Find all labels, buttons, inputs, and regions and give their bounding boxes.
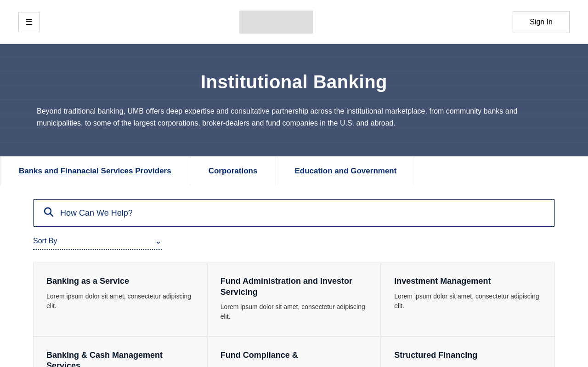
menu-button[interactable]: ☰: [18, 12, 40, 32]
search-input[interactable]: [60, 208, 545, 218]
card-title: Banking & Cash Management Services: [46, 350, 194, 367]
search-box: [33, 199, 555, 227]
tab-banks[interactable]: Banks and Finanacial Services Providers: [0, 156, 190, 186]
hamburger-icon: ☰: [25, 17, 33, 27]
hero-description: Beyond traditional banking, UMB offers d…: [37, 105, 542, 129]
header: ☰ Sign In: [0, 0, 588, 44]
card-description: Lorem ipsum dolor sit amet, consectetur …: [46, 292, 194, 311]
search-icon: [43, 206, 54, 220]
card-title: Fund Administration and Investor Servici…: [220, 276, 368, 298]
card-banking-cash-management[interactable]: Banking & Cash Management Services: [33, 337, 207, 367]
sign-in-button[interactable]: Sign In: [513, 11, 570, 33]
sort-label: Sort By: [33, 237, 57, 245]
card-title: Fund Compliance &: [220, 350, 368, 361]
card-title: Banking as a Service: [46, 276, 194, 287]
logo: [239, 11, 313, 34]
sort-section: Sort By ⌄: [0, 227, 588, 250]
card-fund-administration[interactable]: Fund Administration and Investor Servici…: [207, 263, 381, 337]
hero-section: Institutional Banking Beyond traditional…: [0, 44, 588, 156]
tab-corporations[interactable]: Corporations: [190, 156, 277, 186]
card-title: Investment Management: [394, 276, 542, 287]
chevron-down-icon: ⌄: [155, 236, 162, 246]
search-section: [0, 186, 588, 227]
tab-education[interactable]: Education and Government: [276, 156, 415, 186]
card-structured-financing[interactable]: Structured Financing: [381, 337, 555, 367]
card-description: Lorem ipsum dolor sit amet, consectetur …: [394, 292, 542, 311]
card-title: Structured Financing: [394, 350, 542, 361]
sort-dropdown[interactable]: Sort By ⌄: [33, 236, 162, 250]
card-investment-management[interactable]: Investment Management Lorem ipsum dolor …: [381, 263, 555, 337]
hero-title: Institutional Banking: [37, 72, 551, 92]
card-fund-compliance[interactable]: Fund Compliance &: [207, 337, 381, 367]
cards-grid: Banking as a Service Lorem ipsum dolor s…: [0, 250, 588, 367]
card-description: Lorem ipsum dolor sit amet, consectetur …: [220, 302, 368, 321]
tabs-nav: Banks and Finanacial Services Providers …: [0, 156, 588, 186]
svg-line-1: [51, 214, 53, 217]
card-banking-as-a-service[interactable]: Banking as a Service Lorem ipsum dolor s…: [33, 263, 207, 337]
